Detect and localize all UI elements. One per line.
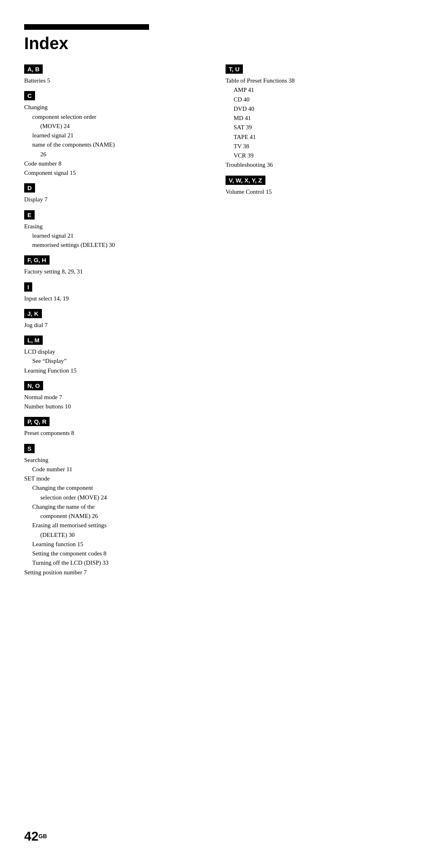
- entry-10-1: Code number 11: [32, 465, 201, 474]
- right-column: T, UTable of Preset Functions 38AMP 41CD…: [218, 64, 411, 836]
- section-entries-5: Input select 14, 19: [24, 294, 201, 303]
- entry-10-7: Erasing all memorised settings: [32, 521, 201, 530]
- section-header-0: A, B: [24, 64, 43, 74]
- entry-1-1: component selection order: [32, 112, 201, 122]
- section-entries-8: Normal mode 7Number buttons 10: [24, 393, 201, 412]
- index-columns: A, BBatteries 5CChangingcomponent select…: [24, 64, 411, 836]
- section-entries-4: Factory setting 8, 29, 31: [24, 267, 201, 276]
- entry-4-0: Factory setting 8, 29, 31: [24, 267, 201, 276]
- entry-10-8: (DELETE) 30: [40, 530, 201, 540]
- entry-1-0: Volume Control 15: [226, 187, 411, 197]
- entry-10-6: component (NAME) 26: [40, 512, 201, 521]
- left-column: A, BBatteries 5CChangingcomponent select…: [24, 64, 218, 836]
- section-entries-9: Preset components 8: [24, 429, 201, 438]
- footer: 42GB: [24, 829, 47, 844]
- section-header-5: I: [24, 282, 32, 292]
- section-header-9: P, Q, R: [24, 417, 50, 426]
- entry-10-0: Searching: [24, 456, 201, 465]
- section-header-10: S: [24, 444, 35, 453]
- section-header-6: J, K: [24, 309, 42, 318]
- page: Index A, BBatteries 5CChangingcomponent …: [0, 0, 435, 868]
- section-entries-6: Jog dial 7: [24, 321, 201, 330]
- entry-0-8: VCR 39: [234, 151, 411, 160]
- section-header-3: E: [24, 210, 35, 220]
- entry-6-0: Jog dial 7: [24, 321, 201, 330]
- section-entries-1: Volume Control 15: [226, 187, 411, 197]
- entry-8-0: Normal mode 7: [24, 393, 201, 402]
- section-entries-1: Changingcomponent selection order(MOVE) …: [24, 103, 201, 178]
- entry-8-1: Number buttons 10: [24, 402, 201, 411]
- entry-1-5: 26: [40, 150, 201, 159]
- section-entries-2: Display 7: [24, 195, 201, 204]
- entry-3-1: learned signal 21: [32, 231, 201, 240]
- entry-5-0: Input select 14, 19: [24, 294, 201, 303]
- section-header-2: D: [24, 183, 35, 193]
- page-title: Index: [24, 34, 411, 53]
- footer-page-number: 42: [24, 829, 39, 843]
- entry-1-3: learned signal 21: [32, 131, 201, 140]
- entry-0-4: MD 41: [234, 114, 411, 123]
- entry-2-0: Display 7: [24, 195, 201, 204]
- section-header-7: L, M: [24, 336, 43, 345]
- entry-0-5: SAT 39: [234, 123, 411, 132]
- entry-7-1: See “Display”: [32, 356, 201, 366]
- entry-10-12: Setting position number 7: [24, 568, 201, 577]
- entry-0-1: AMP 41: [234, 85, 411, 95]
- section-header-1: V, W, X, Y, Z: [226, 176, 265, 185]
- section-header-0: T, U: [226, 64, 243, 74]
- entry-1-0: Changing: [24, 103, 201, 112]
- footer-suffix: GB: [39, 833, 47, 839]
- section-entries-0: Batteries 5: [24, 76, 201, 85]
- entry-10-10: Setting the component codes 8: [32, 549, 201, 558]
- entry-3-0: Erasing: [24, 222, 201, 231]
- entry-0-0: Batteries 5: [24, 76, 201, 85]
- entry-1-7: Component signal 15: [24, 168, 201, 178]
- entry-7-2: Learning Function 15: [24, 366, 201, 375]
- entry-0-0: Table of Preset Functions 38: [226, 76, 411, 85]
- entry-10-11: Turning off the LCD (DISP) 33: [32, 558, 201, 568]
- section-header-1: C: [24, 91, 35, 100]
- entry-1-6: Code number 8: [24, 159, 201, 168]
- section-header-4: F, G, H: [24, 255, 50, 265]
- entry-1-4: name of the components (NAME): [32, 140, 201, 149]
- section-entries-10: SearchingCode number 11SET modeChanging …: [24, 456, 201, 577]
- section-entries-0: Table of Preset Functions 38AMP 41CD 40D…: [226, 76, 411, 170]
- section-entries-3: Erasinglearned signal 21memorised settin…: [24, 222, 201, 250]
- entry-7-0: LCD display: [24, 347, 201, 356]
- entry-0-6: TAPE 41: [234, 133, 411, 142]
- entry-10-5: Changing the name of the: [32, 502, 201, 512]
- section-header-8: N, O: [24, 381, 43, 390]
- entry-0-3: DVD 40: [234, 104, 411, 114]
- section-entries-7: LCD displaySee “Display”Learning Functio…: [24, 347, 201, 375]
- entry-0-9: Troubleshooting 36: [226, 160, 411, 170]
- entry-1-2: (MOVE) 24: [40, 122, 201, 131]
- entry-10-4: selection order (MOVE) 24: [40, 493, 201, 502]
- entry-10-9: Learning function 15: [32, 540, 201, 549]
- entry-3-2: memorised settings (DELETE) 30: [32, 240, 201, 250]
- entry-10-2: SET mode: [24, 474, 201, 483]
- entry-0-7: TV 38: [234, 142, 411, 151]
- entry-10-3: Changing the component: [32, 483, 201, 493]
- entry-0-2: CD 40: [234, 95, 411, 104]
- entry-9-0: Preset components 8: [24, 429, 201, 438]
- top-bar-decoration: [24, 24, 149, 30]
